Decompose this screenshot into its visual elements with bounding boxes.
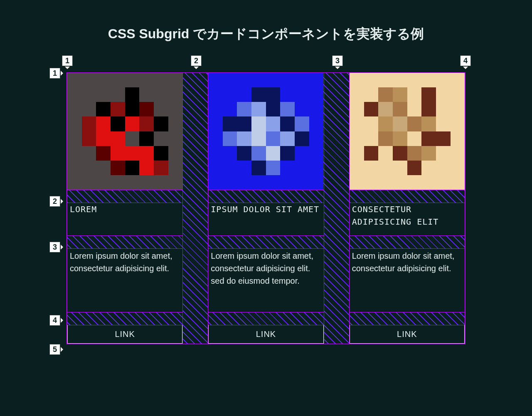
svg-rect-54 [364, 102, 378, 116]
svg-rect-62 [378, 131, 393, 146]
col-marker-2: 2 [191, 55, 202, 66]
card-3-image [350, 73, 465, 190]
svg-rect-45 [251, 146, 266, 161]
svg-rect-21 [111, 161, 125, 175]
card-1-title: LOREM [67, 203, 182, 236]
svg-rect-56 [393, 102, 407, 116]
card-1-image [67, 73, 182, 190]
svg-rect-20 [154, 146, 168, 161]
svg-rect-44 [237, 146, 252, 161]
svg-rect-55 [378, 102, 393, 116]
svg-rect-36 [281, 116, 295, 131]
svg-rect-57 [421, 102, 436, 116]
svg-rect-37 [295, 116, 309, 131]
svg-rect-23 [139, 161, 154, 175]
svg-rect-6 [82, 116, 96, 131]
svg-rect-15 [139, 131, 154, 146]
svg-rect-13 [96, 131, 111, 146]
svg-rect-29 [251, 102, 266, 116]
page-title: CSS Subgrid でカードコンポーネントを実装する例 [0, 25, 532, 43]
svg-rect-32 [223, 116, 237, 131]
svg-rect-8 [111, 116, 125, 131]
card-3: CONSECTETUR ADIPISICING ELIT Lorem ipsum… [349, 73, 465, 344]
svg-rect-69 [421, 146, 436, 161]
card-3-title: CONSECTETUR ADIPISICING ELIT [350, 203, 465, 236]
card-3-link[interactable]: LINK [350, 325, 465, 344]
svg-rect-42 [281, 131, 295, 146]
svg-rect-12 [82, 131, 96, 146]
card-2-title: IPSUM DOLOR SIT AMET [208, 203, 323, 236]
svg-rect-49 [266, 161, 281, 175]
svg-rect-1 [125, 87, 140, 102]
svg-rect-28 [237, 102, 252, 116]
svg-rect-40 [251, 131, 266, 146]
svg-rect-33 [237, 116, 252, 131]
card-2-image [208, 73, 323, 190]
subgrid-demo: 1 2 3 4 1 2 3 4 5 LOREM Lorem i [66, 72, 466, 344]
svg-rect-34 [251, 116, 266, 131]
card-2-body: Lorem ipsum dolor sit amet, consectetur … [208, 248, 323, 312]
card-2: IPSUM DOLOR SIT AMET Lorem ipsum dolor s… [208, 73, 324, 344]
svg-rect-19 [139, 146, 154, 161]
svg-rect-52 [393, 87, 407, 102]
svg-rect-7 [96, 116, 111, 131]
svg-rect-31 [281, 102, 295, 116]
svg-rect-18 [125, 146, 140, 161]
card-1: LOREM Lorem ipsum dolor sit amet, consec… [67, 73, 183, 344]
svg-rect-59 [393, 116, 407, 131]
svg-rect-9 [125, 116, 140, 131]
svg-rect-58 [378, 116, 393, 131]
svg-rect-60 [407, 116, 421, 131]
svg-rect-26 [251, 87, 266, 102]
svg-rect-67 [393, 146, 407, 161]
svg-rect-5 [139, 102, 154, 116]
svg-rect-35 [266, 116, 281, 131]
svg-rect-61 [421, 116, 436, 131]
svg-rect-53 [421, 87, 436, 102]
svg-rect-63 [393, 131, 407, 146]
svg-rect-4 [125, 102, 140, 116]
svg-rect-27 [266, 87, 281, 102]
svg-rect-43 [295, 131, 309, 146]
row-marker-1: 1 [49, 68, 60, 79]
svg-rect-39 [237, 131, 252, 146]
svg-rect-51 [378, 87, 393, 102]
svg-rect-66 [364, 146, 378, 161]
col-marker-4: 4 [460, 55, 471, 66]
card-grid: 1 2 3 4 1 2 3 4 5 LOREM Lorem i [66, 72, 466, 344]
card-3-body: Lorem ipsum dolor sit amet, consectetur … [350, 248, 465, 312]
svg-rect-41 [266, 131, 281, 146]
svg-rect-70 [407, 161, 421, 175]
row-marker-3: 3 [49, 242, 60, 253]
svg-rect-38 [223, 131, 237, 146]
svg-rect-14 [111, 131, 125, 146]
card-1-body: Lorem ipsum dolor sit amet, consectetur … [67, 248, 182, 312]
svg-rect-3 [111, 102, 125, 116]
svg-rect-17 [111, 146, 125, 161]
col-marker-3: 3 [332, 55, 343, 66]
svg-rect-48 [251, 161, 266, 175]
row-marker-2: 2 [49, 196, 60, 207]
svg-rect-2 [96, 102, 111, 116]
svg-rect-47 [281, 146, 295, 161]
svg-rect-10 [139, 116, 154, 131]
svg-rect-24 [154, 161, 168, 175]
card-1-link[interactable]: LINK [67, 325, 182, 344]
svg-rect-46 [266, 146, 281, 161]
row-marker-5: 5 [49, 344, 60, 355]
svg-rect-65 [436, 131, 451, 146]
card-2-link[interactable]: LINK [208, 325, 323, 344]
svg-rect-68 [407, 146, 421, 161]
svg-rect-22 [125, 161, 140, 175]
svg-rect-11 [154, 116, 168, 131]
row-marker-4: 4 [49, 315, 60, 326]
svg-rect-64 [421, 131, 436, 146]
svg-rect-30 [266, 102, 281, 116]
col-marker-1: 1 [62, 55, 73, 66]
svg-rect-16 [96, 146, 111, 161]
